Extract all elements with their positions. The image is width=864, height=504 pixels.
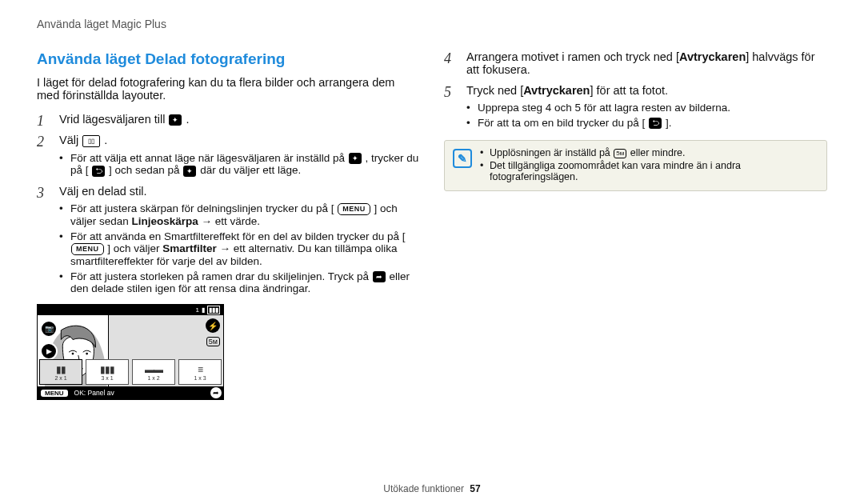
substep: För att justera skärpan för delningslinj… bbox=[59, 202, 420, 227]
frame-count: 1 bbox=[196, 306, 199, 314]
layout-thumb-1x2: ▬▬1 x 2 bbox=[132, 359, 175, 385]
share-forward-icon: ➦ bbox=[373, 271, 386, 282]
layout-thumb-1x3: ≡1 x 3 bbox=[178, 359, 222, 385]
layout-thumb-2x1: ▮▮2 x 1 bbox=[39, 359, 82, 385]
ok-label: OK: Panel av bbox=[74, 389, 114, 397]
substep: För att använda en Smartfiltereffekt för… bbox=[59, 230, 420, 267]
text: ] och väljer bbox=[107, 242, 162, 254]
menu-button-icon: MENU bbox=[71, 243, 104, 255]
step-2: 2 Välj ▯▯ . För att välja ett annat läge… bbox=[37, 134, 420, 177]
step-4: 4 Arrangera motivet i ramen och tryck ne… bbox=[444, 50, 827, 76]
layout-thumb-3x1: ▮▮▮3 x 1 bbox=[86, 359, 129, 385]
svg-point-1 bbox=[86, 353, 88, 355]
step-text: Välj bbox=[59, 134, 82, 146]
camera-screen-diagram: 1 ▮ ▮▮▮ bbox=[37, 304, 224, 400]
mode-dial-icon: ✦ bbox=[349, 153, 362, 164]
step-number: 2 bbox=[37, 134, 44, 150]
text: → ett värde. bbox=[202, 215, 261, 227]
resolution-5m-icon: 5м bbox=[614, 149, 626, 158]
two-column-layout: Använda läget Delad fotografering I läge… bbox=[37, 50, 827, 400]
section-heading: Använda läget Delad fotografering bbox=[37, 50, 420, 68]
text: eller mindre. bbox=[630, 147, 686, 158]
substep: För att ta om en bild trycker du på [ ⮌ … bbox=[466, 117, 827, 129]
diagram-right-icons: ⚡ 5м bbox=[206, 318, 220, 346]
text: Tryck ned [ bbox=[466, 84, 523, 97]
resolution-badge: 5м bbox=[206, 337, 220, 346]
menu-button-icon: MENU bbox=[338, 203, 370, 215]
step-number: 3 bbox=[37, 185, 44, 202]
step-3: 3 Välj en delad stil. För att justera sk… bbox=[37, 185, 420, 294]
text: Arrangera motivet i ramen och tryck ned … bbox=[466, 50, 679, 63]
right-column: 4 Arrangera motivet i ramen och tryck ne… bbox=[444, 50, 827, 400]
text: ] och sedan på bbox=[109, 164, 182, 176]
step-text: . bbox=[104, 134, 107, 146]
substep: För att välja ett annat läge när lägesvä… bbox=[59, 152, 420, 177]
running-header: Använda läget Magic Plus bbox=[37, 18, 827, 30]
diagram-body: 📷 ▶ ✦ ⚡ 5м ▮▮2 x 1 ▮▮▮3 x 1 ▬▬1 x 2 ≡1 x… bbox=[38, 315, 223, 399]
page-footer: Utökade funktioner 57 bbox=[0, 483, 864, 494]
back-key-icon: ⮌ bbox=[649, 118, 662, 129]
memory-card-icon: ▮ bbox=[202, 306, 205, 314]
camera-icon: 📷 bbox=[40, 320, 58, 338]
substep: För att justera storleken på ramen drar … bbox=[59, 270, 420, 294]
page-number: 57 bbox=[470, 483, 480, 494]
text: ]. bbox=[666, 117, 672, 129]
option-name: Smartfilter bbox=[162, 242, 217, 254]
note-box: ✎ Upplösningen är inställd på 5м eller m… bbox=[444, 140, 827, 191]
note-item: Det tillgängliga zoomområdet kan vara mi… bbox=[480, 160, 818, 182]
flash-icon: ⚡ bbox=[206, 318, 220, 333]
text: För att välja ett annat läge när lägesvä… bbox=[70, 152, 348, 164]
shutter-label: Avtryckaren bbox=[523, 84, 590, 97]
text: För att ta om en bild trycker du på [ bbox=[478, 117, 645, 129]
option-name: Linjeoskärpa bbox=[132, 215, 198, 227]
share-forward-icon: ➦ bbox=[210, 387, 222, 398]
svg-point-0 bbox=[72, 353, 74, 355]
text: Upplösningen är inställd på bbox=[490, 147, 613, 158]
mode-menu-icon: ✦ bbox=[183, 166, 196, 177]
note-item: Upplösningen är inställd på 5м eller min… bbox=[480, 147, 818, 158]
left-column: Använda läget Delad fotografering I läge… bbox=[37, 50, 420, 400]
steps-list: 1 Vrid lägesväljaren till ✦ . 2 Välj ▯▯ … bbox=[37, 113, 420, 294]
diagram-bottombar: MENU OK: Panel av ➦ bbox=[38, 386, 223, 399]
text: För att justera storleken på ramen drar … bbox=[70, 270, 372, 282]
battery-icon: ▮▮▮ bbox=[207, 306, 220, 314]
step-1: 1 Vrid lägesväljaren till ✦ . bbox=[37, 113, 420, 126]
step-text: Välj en delad stil. bbox=[59, 185, 147, 198]
split-shot-mode-icon: ▯▯ bbox=[82, 135, 100, 147]
menu-label: MENU bbox=[41, 390, 68, 397]
text: där du väljer ett läge. bbox=[200, 164, 301, 176]
text: ] för att ta fotot. bbox=[590, 84, 668, 97]
shutter-label: Avtryckaren bbox=[679, 50, 746, 63]
step-number: 1 bbox=[37, 113, 44, 130]
step-number: 5 bbox=[444, 84, 451, 101]
text: För att använda en Smartfiltereffekt för… bbox=[70, 230, 405, 242]
manual-page: Använda läget Magic Plus Använda läget D… bbox=[0, 0, 864, 504]
step-5: 5 Tryck ned [Avtryckaren] för att ta fot… bbox=[444, 84, 827, 129]
substep: Upprepa steg 4 och 5 för att lagra reste… bbox=[466, 102, 827, 114]
step-text: Vrid lägesväljaren till bbox=[59, 113, 168, 126]
steps-list-cont: 4 Arrangera motivet i ramen och tryck ne… bbox=[444, 50, 827, 129]
intro-paragraph: I läget för delad fotografering kan du t… bbox=[37, 76, 420, 102]
step-number: 4 bbox=[444, 50, 451, 67]
footer-label: Utökade funktioner bbox=[383, 483, 464, 494]
diagram-statusbar: 1 ▮ ▮▮▮ bbox=[38, 305, 223, 315]
mode-dial-icon: ✦ bbox=[169, 114, 182, 126]
step-text: . bbox=[186, 113, 190, 126]
back-key-icon: ⮌ bbox=[92, 166, 105, 177]
text: För att justera skärpan för delningslinj… bbox=[70, 202, 334, 214]
layout-thumbnails-row: ▮▮2 x 1 ▮▮▮3 x 1 ▬▬1 x 2 ≡1 x 3 bbox=[38, 358, 223, 386]
note-icon: ✎ bbox=[453, 149, 472, 168]
